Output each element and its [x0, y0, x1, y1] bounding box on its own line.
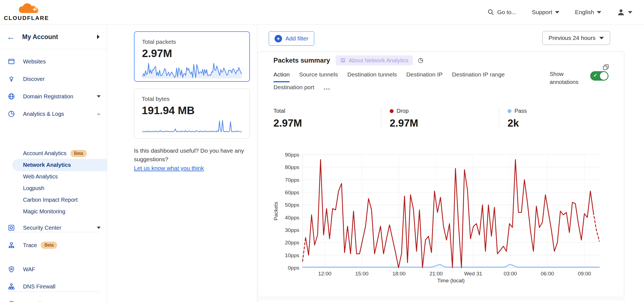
user-menu[interactable] — [617, 8, 632, 16]
more-tabs-button[interactable]: ... — [324, 82, 330, 95]
svg-text:10pps: 10pps — [285, 252, 299, 258]
sidebar-item-websites[interactable]: Websites — [0, 55, 107, 68]
panel-header: Packets summary About Network Analytics — [273, 55, 424, 66]
language-label: English — [575, 9, 594, 16]
packets-summary-panel: Packets summary About Network Analytics … — [257, 52, 624, 297]
go-to-search[interactable]: Go to... — [487, 9, 516, 16]
sidebar-item-network-analytics[interactable]: Network Analytics — [12, 159, 107, 171]
globe-icon — [8, 93, 15, 100]
card-value: 2.97M — [142, 47, 242, 60]
svg-text:40pps: 40pps — [285, 215, 299, 221]
cloudflare-dashboard: CLOUDFLARE Go to... Support English — [0, 0, 644, 302]
tab-destination-ip[interactable]: Destination IP — [406, 70, 443, 82]
toggle-knob — [600, 72, 608, 80]
time-range-dropdown[interactable]: Previous 24 hours — [542, 31, 610, 45]
svg-text:50pps: 50pps — [285, 202, 299, 208]
pie-chart-icon[interactable] — [417, 57, 424, 64]
stat-total-value: 2.97M — [273, 117, 381, 129]
sidebar-divider — [7, 291, 100, 292]
svg-text:Packets: Packets — [273, 202, 279, 221]
card-value: 191.94 MB — [142, 104, 242, 117]
svg-text:60pps: 60pps — [285, 190, 299, 195]
language-menu[interactable]: English — [575, 9, 601, 16]
sidebar-item-dns-firewall[interactable]: DNS Firewall — [0, 280, 107, 293]
pass-legend-dot — [508, 109, 511, 113]
svg-text:20pps: 20pps — [285, 240, 299, 245]
book-icon — [340, 58, 346, 63]
next-panel-partial — [257, 299, 624, 302]
account-header[interactable]: ← My Account — [0, 25, 107, 49]
sidebar-item-account-analytics[interactable]: Account Analytics Beta — [0, 147, 107, 159]
card-title: Total packets — [142, 39, 242, 45]
chevron-down-icon — [599, 37, 604, 39]
feedback-link[interactable]: Let us know what you think — [134, 164, 204, 172]
beta-badge: Beta — [70, 150, 87, 157]
panel-title: Packets summary — [273, 57, 330, 64]
trace-icon — [8, 242, 15, 249]
show-annotations-toggle[interactable]: ✓ — [590, 71, 608, 81]
sidebar-item-magic-monitoring[interactable]: Magic Monitoring — [0, 206, 107, 217]
bytes-sparkline-chart — [142, 118, 242, 134]
total-bytes-card[interactable]: Total bytes 191.94 MB — [134, 89, 250, 139]
svg-text:03:00: 03:00 — [504, 271, 517, 277]
header-menu: Go to... Support English — [487, 0, 632, 24]
total-packets-card[interactable]: Total packets 2.97M — [134, 31, 250, 82]
svg-text:Wed 31: Wed 31 — [464, 271, 482, 277]
stat-drop: Drop 2.97M — [381, 107, 499, 129]
main-content: + Add filter Previous 24 hours Packets s… — [257, 25, 644, 302]
account-name: My Account — [22, 33, 58, 41]
chevron-down-icon — [597, 11, 601, 14]
cloudflare-logo-text: CLOUDFLARE — [4, 15, 49, 21]
sidebar-item-web-analytics[interactable]: Web Analytics — [0, 171, 107, 183]
packets-sparkline-chart — [142, 61, 242, 78]
chevron-down-icon — [97, 227, 101, 229]
hierarchy-icon — [8, 283, 15, 290]
svg-text:21:00: 21:00 — [429, 271, 443, 277]
svg-text:09:00: 09:00 — [578, 271, 591, 277]
feedback-question: Is this dashboard useful? Do you have an… — [134, 147, 244, 162]
go-to-label: Go to... — [497, 9, 516, 16]
packets-time-series-chart: 0pps10pps20pps30pps40pps50pps60pps70pps8… — [258, 150, 602, 286]
tab-destination-ip-range[interactable]: Destination IP range — [452, 70, 505, 82]
annotations-control: Show annotations ✓ — [550, 70, 608, 86]
sidebar-item-analytics-logs[interactable]: Analytics & Logs — [0, 108, 107, 120]
check-icon: ✓ — [593, 72, 597, 78]
sidebar: ← My Account Websites Discover Domain Re… — [0, 25, 107, 302]
sidebar-item-waf[interactable]: WAF — [0, 263, 107, 275]
plus-icon: + — [275, 35, 282, 42]
chevron-down-icon — [628, 11, 632, 14]
svg-text:70pps: 70pps — [285, 177, 299, 183]
chevron-right-icon — [97, 35, 100, 39]
browser-icon — [8, 58, 15, 65]
chevron-down-icon — [555, 11, 559, 14]
sidebar-item-logpush[interactable]: Logpush — [0, 182, 107, 194]
sidebar-item-carbon-impact-report[interactable]: Carbon Impact Report — [0, 194, 107, 206]
drop-legend-dot — [390, 109, 394, 113]
back-arrow-icon[interactable]: ← — [7, 33, 15, 41]
search-icon — [487, 9, 495, 16]
sidebar-item-trace[interactable]: Trace Beta — [0, 239, 107, 251]
stat-drop-value: 2.97M — [390, 117, 499, 129]
vault-icon — [8, 224, 15, 231]
cloudflare-cloud-icon — [18, 2, 39, 14]
tab-action[interactable]: Action — [273, 70, 290, 82]
sidebar-item-discover[interactable]: Discover — [0, 73, 107, 85]
beta-badge: Beta — [41, 242, 57, 249]
svg-text:12:00: 12:00 — [318, 271, 331, 277]
cloudflare-logo[interactable]: CLOUDFLARE — [4, 1, 51, 23]
tab-destination-tunnels[interactable]: Destination tunnels — [347, 70, 397, 82]
tab-source-tunnels[interactable]: Source tunnels — [299, 70, 338, 82]
expand-icon[interactable] — [602, 63, 610, 71]
add-filter-button[interactable]: + Add filter — [269, 31, 314, 46]
sidebar-item-partial[interactable] — [0, 299, 107, 302]
tab-destination-port[interactable]: Destination port — [273, 82, 314, 95]
card-title: Total bytes — [142, 96, 242, 102]
support-menu[interactable]: Support — [532, 9, 560, 16]
feedback-block: Is this dashboard useful? Do you have an… — [134, 146, 254, 172]
sidebar-item-domain-registration[interactable]: Domain Registration — [0, 90, 107, 103]
svg-text:0pps: 0pps — [288, 265, 299, 271]
shield-gear-icon — [8, 266, 15, 273]
stats-row: Total 2.97M Drop 2.97M Pass 2k — [273, 107, 604, 129]
about-network-analytics-badge[interactable]: About Network Analytics — [336, 55, 413, 65]
stat-pass-value: 2k — [508, 117, 604, 129]
